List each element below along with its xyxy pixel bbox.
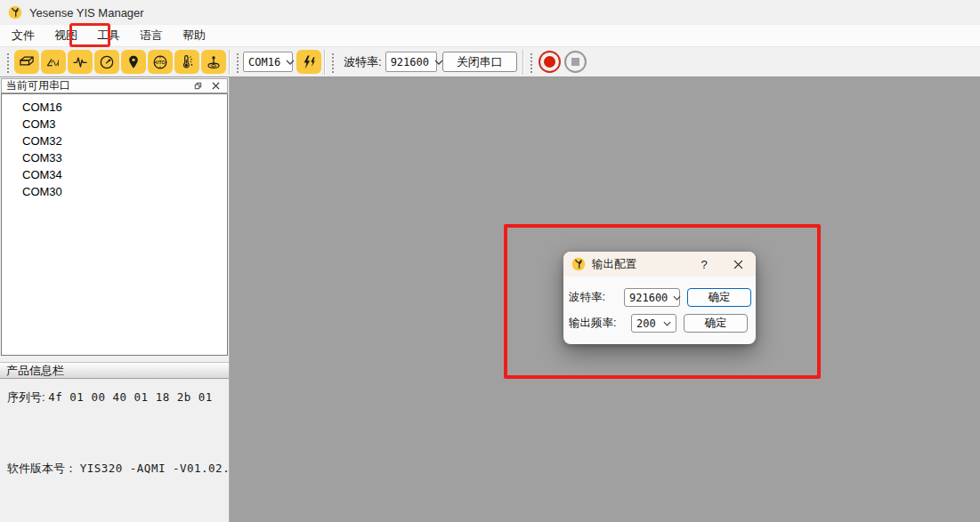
app-logo-icon [8, 5, 22, 20]
toolbar-separator [229, 50, 231, 75]
float-panel-button[interactable] [190, 80, 205, 92]
port-list-item[interactable]: COM32 [2, 133, 227, 149]
dialog-rate-select[interactable]: 200 [631, 314, 676, 333]
toolbar-grip[interactable] [5, 52, 11, 73]
ports-panel-title: 当前可用串口 [6, 78, 70, 93]
utc-clock-button[interactable]: UTC [148, 50, 173, 74]
record-button[interactable] [539, 51, 561, 73]
dialog-rate-value: 200 [636, 317, 656, 330]
menu-file[interactable]: 文件 [2, 25, 45, 46]
location-pin-icon [125, 53, 142, 71]
dialog-baud-row: 波特率: 921600 确定 [569, 288, 748, 307]
toolbar-grip[interactable] [529, 52, 534, 73]
dialog-title: 输出配置 [592, 257, 694, 272]
app-window: Yesense YIS Manager 文件 视图 工具 语言 帮助 [0, 0, 980, 522]
dialog-body: 波特率: 921600 确定 输出频率: 200 [563, 277, 756, 333]
serial-number-value: 4f 01 00 40 01 18 2b 01 [48, 390, 213, 404]
dialog-baud-select[interactable]: 921600 [624, 288, 680, 307]
port-list-item[interactable]: COM30 [2, 183, 227, 200]
gauge-button[interactable] [94, 50, 119, 74]
record-icon [544, 56, 555, 68]
menu-help[interactable]: 帮助 [173, 25, 215, 46]
chevron-down-icon [673, 295, 681, 301]
stop-button[interactable] [564, 51, 587, 73]
gauge-icon [98, 53, 116, 71]
port-select-value: COM16 [248, 56, 280, 68]
svg-text:UTC: UTC [156, 59, 166, 64]
left-panel: 当前可用串口 COM16 COM3 COM32 COM33 [0, 77, 230, 522]
close-panel-button[interactable] [208, 80, 223, 92]
close-serial-port-button[interactable]: 关闭串口 [442, 52, 517, 72]
attitude-level-icon [205, 53, 223, 71]
dialog-baud-confirm-button[interactable]: 确定 [687, 288, 751, 307]
software-version-row: 软件版本号： YIS320 -AQMI -V01.02.03; [7, 461, 251, 477]
utc-clock-icon: UTC [151, 53, 169, 71]
serial-number-label: 序列号: [7, 390, 45, 404]
window-body: 当前可用串口 COM16 COM3 COM32 COM33 [0, 77, 980, 522]
pulse-waveform-button[interactable] [68, 50, 93, 74]
menu-language[interactable]: 语言 [130, 25, 173, 46]
software-version-value: YIS320 -AQMI -V01.02.03; [80, 462, 252, 475]
cube-3d-icon [18, 53, 36, 71]
app-logo-icon [571, 257, 586, 271]
menu-bar: 文件 视图 工具 语言 帮助 [0, 25, 980, 47]
stop-icon [571, 58, 579, 66]
close-icon [212, 82, 220, 90]
dialog-baud-value: 921600 [629, 292, 668, 304]
window-title: Yesense YIS Manager [29, 6, 144, 20]
ports-list: COM16 COM3 COM32 COM33 COM34 COM30 [1, 93, 228, 356]
float-window-icon [193, 81, 203, 91]
attitude-level-button[interactable] [201, 50, 226, 74]
close-icon [733, 260, 743, 269]
dialog-title-bar: 输出配置 ? [563, 252, 756, 277]
serial-number-row: 序列号: 4f 01 00 40 01 18 2b 01 [7, 389, 213, 406]
menu-view[interactable]: 视图 [45, 25, 87, 46]
toolbar-separator [324, 50, 326, 75]
workspace: 输出配置 ? 波特率: 921600 [230, 77, 980, 522]
toolbar: UTC COM16 [0, 47, 980, 77]
dialog-baud-label: 波特率: [569, 290, 624, 305]
toolbar-separator [522, 50, 524, 75]
thermometer-icon [178, 53, 196, 71]
dialog-rate-label: 输出频率: [569, 316, 624, 331]
software-version-label: 软件版本号： [7, 462, 77, 475]
title-bar: Yesense YIS Manager [0, 0, 980, 25]
output-config-dialog: 输出配置 ? 波特率: 921600 [563, 252, 756, 344]
angle-waveform-icon [45, 53, 62, 71]
pulse-waveform-icon [71, 53, 89, 71]
angle-waveform-button[interactable] [41, 50, 66, 74]
product-info-header: 产品信息栏 [0, 362, 229, 379]
location-button[interactable] [121, 50, 146, 74]
toolbar-grip[interactable] [235, 52, 240, 73]
dialog-help-button[interactable]: ? [694, 258, 714, 271]
port-select[interactable]: COM16 [243, 52, 293, 72]
port-list-item[interactable]: COM3 [2, 116, 227, 133]
refresh-ports-button[interactable] [296, 50, 321, 74]
baud-rate-value: 921600 [391, 56, 429, 68]
dialog-rate-row: 输出频率: 200 确定 [569, 314, 748, 333]
baud-rate-label: 波特率: [344, 54, 382, 70]
ports-panel-header: 当前可用串口 [1, 78, 228, 93]
toolbar-grip[interactable] [330, 52, 336, 73]
flash-icon [300, 53, 318, 71]
port-list-item[interactable]: COM16 [2, 99, 227, 116]
menu-tools[interactable]: 工具 [87, 25, 130, 46]
baud-rate-select[interactable]: 921600 [385, 52, 437, 72]
cube-3d-button[interactable] [14, 50, 39, 74]
product-info-title: 产品信息栏 [6, 363, 64, 379]
chevron-down-icon [286, 60, 295, 65]
thermometer-button[interactable] [174, 50, 199, 74]
dialog-rate-confirm-button[interactable]: 确定 [684, 314, 748, 333]
port-list-item[interactable]: COM33 [2, 149, 227, 166]
chevron-down-icon [663, 321, 671, 326]
dialog-close-button[interactable] [728, 260, 748, 269]
port-list-item[interactable]: COM34 [2, 166, 227, 183]
